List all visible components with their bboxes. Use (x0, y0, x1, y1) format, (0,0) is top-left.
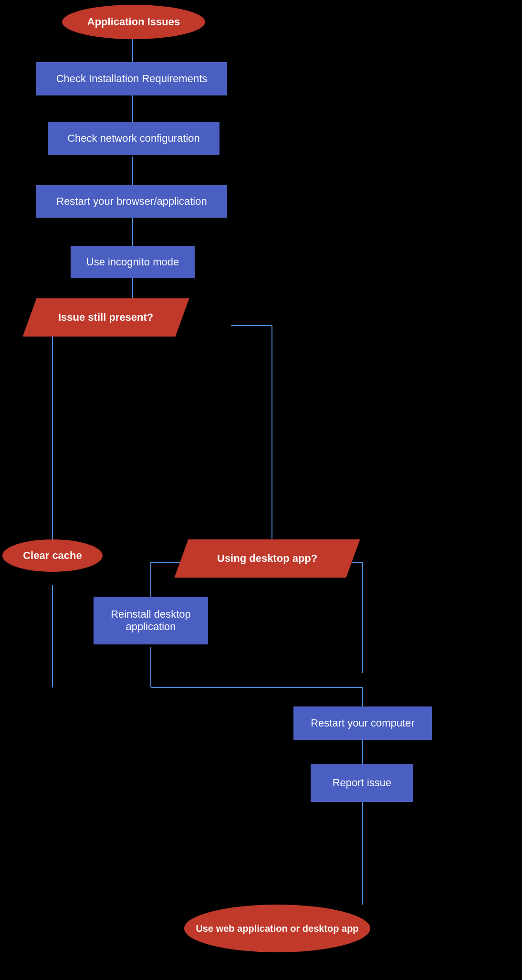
check-install-box: Check Installation Requirements (36, 62, 227, 95)
use-web-oval: Use web application or desktop app (184, 905, 370, 952)
using-desktop-diamond: Using desktop app? (181, 539, 353, 578)
restart-computer-box: Restart your computer (293, 706, 432, 740)
report-issue-box: Report issue (311, 764, 413, 802)
flowchart: Application Issues Check Installation Re… (0, 0, 522, 980)
incognito-box: Use incognito mode (71, 246, 195, 278)
check-network-box: Check network configuration (48, 122, 219, 155)
reinstall-box: Reinstall desktop application (94, 597, 208, 644)
app-issues-oval: Application Issues (62, 5, 205, 39)
restart-browser-box: Restart your browser/application (36, 185, 227, 218)
clear-cache-oval: Clear cache (2, 539, 103, 572)
issue-present-diamond: Issue still present? (30, 298, 182, 337)
